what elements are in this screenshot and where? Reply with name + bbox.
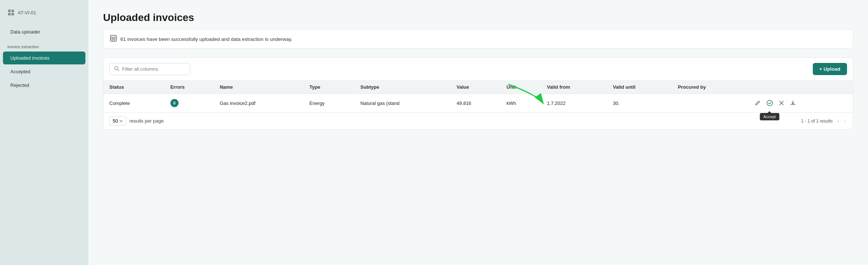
info-message: 61 invoices have been successfully uploa… xyxy=(120,36,292,42)
svg-rect-1 xyxy=(11,10,14,12)
upload-button[interactable]: + Upload xyxy=(813,63,847,75)
accept-button[interactable] xyxy=(765,98,775,108)
info-banner: 61 invoices have been successfully uploa… xyxy=(103,29,853,49)
app-logo-icon xyxy=(7,9,15,16)
cell-name: Gas invoice2.pdf xyxy=(214,94,304,113)
filter-input[interactable] xyxy=(122,66,186,72)
sidebar-item-accepted[interactable]: Accepted xyxy=(3,65,85,78)
col-subtype: Subtype xyxy=(354,81,451,94)
sidebar-item-uploaded-invoices-label: Uploaded invoices xyxy=(10,55,49,61)
download-icon xyxy=(790,100,796,106)
col-status: Status xyxy=(103,81,165,94)
col-valid-from: Valid from xyxy=(541,81,607,94)
invoices-table: Status Errors Name Type Subtype Value Un… xyxy=(103,81,853,112)
cell-valid-until: 30. xyxy=(607,94,672,113)
svg-rect-2 xyxy=(8,13,11,15)
table-footer-inner: 50 results per page 1 - 1 of 1 results ‹… xyxy=(109,116,847,126)
main-content: Uploaded invoices 61 invoices have been … xyxy=(88,0,868,265)
pagination-nav: ‹ › xyxy=(836,117,847,125)
per-page-control: 50 results per page xyxy=(109,116,164,126)
cell-subtype: Natural gas (stand xyxy=(354,94,451,113)
sidebar: AT-VI-01 Data uploader Invoice extractio… xyxy=(0,0,88,265)
sidebar-item-data-uploader-label: Data uploader xyxy=(10,29,40,35)
cell-unit: kWh xyxy=(501,94,541,113)
next-page-button[interactable]: › xyxy=(842,117,847,125)
table-wrapper: Status Errors Name Type Subtype Value Un… xyxy=(103,81,853,112)
edit-icon xyxy=(755,100,761,106)
page-title: Uploaded invoices xyxy=(103,12,853,24)
col-valid-until: Valid until xyxy=(607,81,672,94)
app-logo: AT-VI-01 xyxy=(0,6,88,25)
cell-value: 49.816 xyxy=(451,94,501,113)
sidebar-section-label: Invoice extraction xyxy=(0,39,88,51)
col-unit: Unit xyxy=(501,81,541,94)
pagination-info: 1 - 1 of 1 results xyxy=(801,119,833,124)
close-icon xyxy=(779,100,784,106)
col-type: Type xyxy=(304,81,354,94)
check-circle-icon xyxy=(766,100,773,106)
search-icon xyxy=(114,66,119,72)
download-button[interactable] xyxy=(788,99,797,107)
action-icons: Accept xyxy=(753,98,847,108)
sidebar-item-accepted-label: Accepted xyxy=(10,69,30,74)
chevron-down-icon xyxy=(119,119,123,123)
cell-procured-by xyxy=(672,94,747,113)
table-container: + Upload Status Errors Name Type Subtype… xyxy=(103,57,853,130)
sidebar-item-data-uploader[interactable]: Data uploader xyxy=(3,25,85,38)
prev-page-button[interactable]: ‹ xyxy=(836,117,840,125)
svg-point-11 xyxy=(767,100,772,106)
sidebar-item-rejected[interactable]: Rejected xyxy=(3,79,85,92)
per-page-button[interactable]: 50 xyxy=(109,116,126,126)
cell-status: Complete xyxy=(103,94,165,113)
cell-errors: 0 xyxy=(165,94,214,113)
table-toolbar: + Upload xyxy=(103,58,853,81)
cell-valid-from: 1.7.2022 xyxy=(541,94,607,113)
table-footer: 50 results per page 1 - 1 of 1 results ‹… xyxy=(103,112,853,129)
sidebar-item-rejected-label: Rejected xyxy=(10,82,29,88)
cell-actions: Accept xyxy=(747,94,853,113)
results-per-page-label: results per page xyxy=(129,118,163,124)
sidebar-item-uploaded-invoices[interactable]: Uploaded invoices xyxy=(3,52,85,64)
col-errors: Errors xyxy=(165,81,214,94)
pagination-right: 1 - 1 of 1 results ‹ › xyxy=(801,117,847,125)
errors-badge: 0 xyxy=(170,99,179,107)
table-header-row: Status Errors Name Type Subtype Value Un… xyxy=(103,81,853,94)
per-page-value: 50 xyxy=(113,118,118,124)
accept-tooltip-wrap: Accept xyxy=(765,98,775,108)
accept-tooltip: Accept xyxy=(760,113,780,120)
app-name-label: AT-VI-01 xyxy=(18,10,36,15)
svg-line-10 xyxy=(118,70,119,71)
col-actions xyxy=(747,81,853,94)
upload-button-label: + Upload xyxy=(819,66,840,72)
edit-button[interactable] xyxy=(753,99,762,107)
svg-rect-0 xyxy=(8,10,11,12)
cell-type: Energy xyxy=(304,94,354,113)
svg-rect-4 xyxy=(110,35,116,41)
svg-rect-3 xyxy=(11,13,14,15)
col-value: Value xyxy=(451,81,501,94)
col-name: Name xyxy=(214,81,304,94)
table-row: Complete 0 Gas invoice2.pdf Energy Natur… xyxy=(103,94,853,113)
reject-button[interactable] xyxy=(777,99,786,107)
filter-input-wrap[interactable] xyxy=(109,63,190,75)
table-icon xyxy=(110,35,117,43)
col-procured-by: Procured by xyxy=(672,81,747,94)
